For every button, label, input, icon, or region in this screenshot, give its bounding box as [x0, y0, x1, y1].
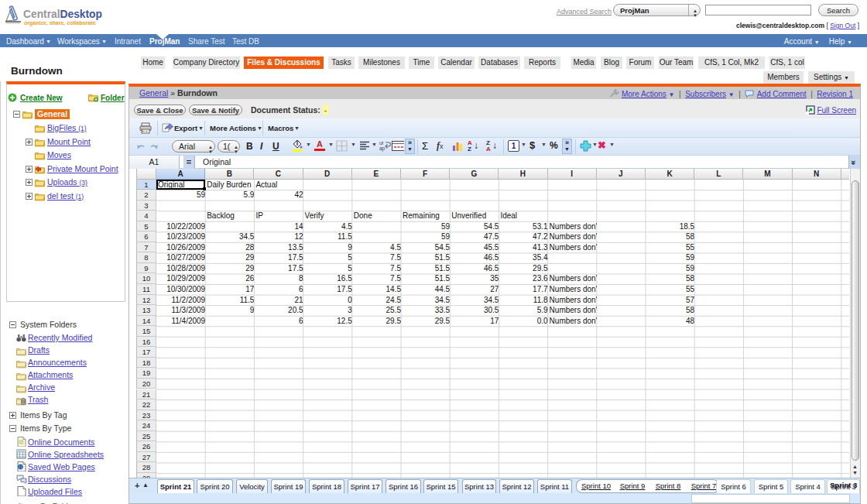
svg-text:ap: ap	[379, 146, 386, 152]
svg-text:organize, share, collaborate: organize, share, collaborate	[24, 20, 96, 26]
svg-text:ur: ur	[379, 140, 385, 146]
svg-text:CentralDesktop: CentralDesktop	[23, 9, 102, 20]
